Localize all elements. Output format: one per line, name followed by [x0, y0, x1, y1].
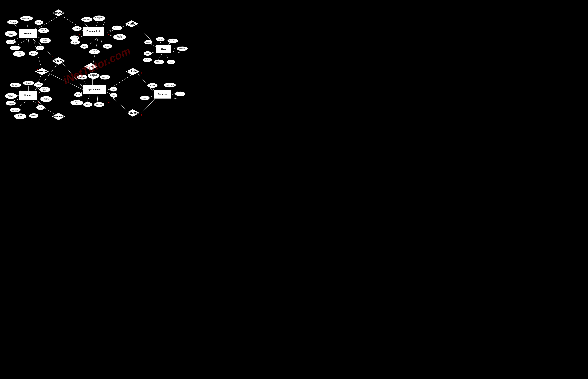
doctor-attr-acctstatus-label: Account	[8, 94, 13, 96]
pl-attr-proof-label2: Payment	[117, 37, 123, 38]
patient-attr-password-label: Password	[8, 41, 14, 43]
appt-attr-apptid-label2: Id	[93, 76, 94, 77]
appt-attr-doctorid-label: Doctor Id	[102, 77, 108, 78]
appt-attr-time-label: Time	[112, 95, 115, 96]
user-attr-password-label: Password	[179, 48, 185, 49]
doctor-attr-dob-label: Date of	[43, 88, 47, 89]
patient-attr-acctstatus-label2: Status	[9, 34, 13, 35]
included-top-label: included	[127, 70, 138, 73]
patient-attr-phone-label: Phone	[43, 39, 47, 40]
user-attr-userid-label: User Id	[158, 38, 162, 40]
pl-attr-serviceid-label: Service Id	[72, 37, 77, 39]
doctor-attr-acctstatus-label2: Status	[9, 96, 13, 97]
patient-attr-fullname-label: Full name	[10, 21, 16, 23]
paymentlist-label: Payment List	[86, 30, 100, 32]
doctor-attr-gender-label: Gender	[36, 84, 41, 85]
doctor-attr-phone-label: Phone	[44, 97, 48, 99]
svg-line-54	[97, 95, 98, 103]
cardinality-pl-n1: N	[79, 33, 80, 35]
user-label: User	[161, 48, 166, 50]
verify-label: verify	[128, 22, 135, 25]
pl-attr-status-label: Status	[82, 46, 86, 47]
user-attr-status-label: Status	[146, 42, 150, 43]
pl-attr-apptid-top-label: Appointment	[95, 17, 103, 18]
included-bot-label: included	[127, 111, 138, 114]
patient-attr-regid-label: Registration Id	[22, 18, 31, 19]
user-attr-avatar-label: Avatar	[169, 61, 173, 63]
pl-attr-processby-label: Process	[92, 50, 97, 52]
doctor-attr-profilepic-label: Profile	[18, 115, 22, 116]
pl-attr-proof-label: Proof of	[117, 35, 122, 37]
svc-attr-servicename-label: Service name	[166, 84, 174, 86]
user-attr-fullname-label: Full Name	[156, 61, 162, 63]
cardinality-included-1b: 1	[141, 114, 142, 116]
receive-label: receive	[54, 59, 63, 62]
doctor-attr-email-label: Email	[39, 107, 42, 108]
appt-attr-meetinglink-label: Meeting	[75, 101, 79, 103]
svg-line-23	[28, 39, 29, 48]
user-attr-contact-label: Contact	[145, 59, 150, 61]
appt-attr-date-label: Date	[112, 88, 115, 90]
appt-attr-serviceid-label: Service Id	[96, 104, 102, 105]
pl-attr-processby-label2: By	[94, 52, 95, 53]
doctor-attr-fullname-label: Full name	[12, 84, 18, 86]
user-attr-email-label: Email	[146, 53, 149, 54]
patient-attr-dob-label: Date of	[41, 29, 46, 31]
svg-line-45	[101, 37, 102, 44]
process-bot-label: process	[53, 115, 64, 118]
cardinality-pl-n3: N	[108, 33, 109, 35]
svg-line-44	[91, 37, 98, 44]
doctor-attr-dob-label2: Birth	[43, 89, 46, 91]
patient-attr-dob-label2: Birth	[42, 31, 45, 32]
appt-attr-meetinglink-label2: Link	[76, 103, 78, 104]
svg-line-16	[138, 98, 156, 116]
appt-attr-status-label: Status	[76, 94, 80, 95]
doctor-label: Doctor	[24, 94, 31, 96]
patient-attr-address-label: Address	[31, 53, 36, 54]
doctor-attr-profilepic-label2: Picture	[18, 116, 22, 118]
pl-attr-amount-label: Amount	[73, 42, 77, 43]
doctor-attr-username-label: Username	[12, 109, 18, 111]
process-top-label: process	[53, 11, 64, 14]
er-diagram: 1 N 1 N N N N N 1 1 N N N 1 1 1 process …	[0, 0, 196, 126]
svc-attr-doctorid-label: Doctor Id	[178, 93, 183, 95]
svg-line-67	[172, 98, 180, 99]
svg-line-59	[173, 51, 182, 53]
cardinality-services-1: 1	[155, 102, 156, 104]
cardinality-appt-n2: N	[108, 102, 109, 104]
patient-label: Patient	[24, 32, 31, 35]
pl-attr-doctorid-label: Doctor Id	[74, 28, 80, 29]
appointment-label: Appointment	[88, 88, 101, 91]
appt-attr-amount-label: Amount	[85, 104, 90, 105]
user-attr-username-label: User Name	[170, 40, 176, 42]
patient-attr-acctstatus-label: Account	[8, 32, 13, 34]
svg-line-53	[87, 95, 90, 103]
doctor-attr-phone-label2: Number	[44, 99, 49, 101]
doctor-attr-password-label: Password	[8, 102, 14, 104]
pl-attr-apptid-top-label2: Id	[98, 18, 100, 20]
pl-attr-paymentid-label: Payment Id	[83, 19, 90, 20]
pl-attr-remarks-label: Remarks	[105, 46, 110, 47]
svg-line-5	[136, 24, 159, 49]
svc-attr-amount-label: Amount	[143, 97, 147, 99]
cardinality-included-1: 1	[141, 72, 142, 74]
doctor-attr-docid-label: Doctor Id	[26, 82, 31, 84]
svg-line-62	[166, 54, 169, 61]
svg-line-32	[18, 101, 27, 108]
svg-line-22	[16, 39, 27, 46]
svc-attr-serviceid-label: Service Id	[149, 85, 155, 86]
cardinality-doctor-n: N	[38, 93, 39, 95]
patient-attr-profilepic-label: Profile	[17, 52, 21, 54]
doctor-attr-address-label: Address	[31, 115, 36, 116]
patient-attr-email-label: Email	[38, 47, 42, 49]
patient-attr-profilepic-label2: Picture	[17, 54, 21, 55]
services-label: Services	[158, 93, 167, 95]
cardinality-receive-n: N	[52, 55, 53, 58]
pl-attr-patientid-label: Patient Id	[114, 27, 120, 29]
patient-attr-gender-label: Gender	[36, 22, 41, 23]
cardinality-doctor-1: 1	[38, 102, 39, 104]
patient-attr-phone-label2: Number	[43, 41, 48, 42]
reserve-label: reserve	[37, 70, 47, 73]
patient-attr-username-label: Username	[12, 47, 18, 49]
